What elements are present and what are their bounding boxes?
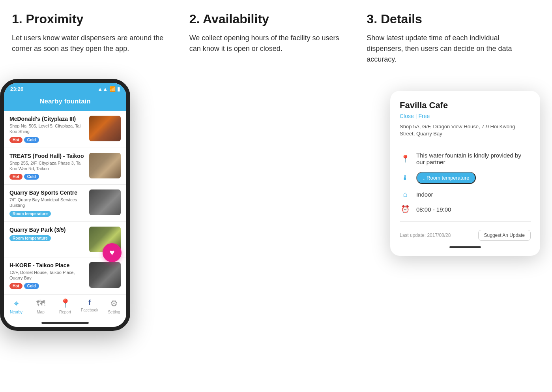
feature-availability-desc: We collect opening hours of the facility… — [189, 33, 351, 54]
card-bottom-bar — [449, 246, 481, 248]
status-icons: ▲▲ 📶 ▮ — [97, 86, 120, 92]
list-item-tags: Room temperature — [9, 235, 85, 241]
nav-item-nearby[interactable]: ⌖ Nearby — [4, 298, 28, 314]
nav-label-map: Map — [37, 310, 44, 314]
nav-label-report: Report — [59, 310, 71, 314]
fab-favorite-button[interactable]: ♥ — [103, 243, 122, 262]
feature-proximity-desc: Let users know water dispensers are arou… — [12, 33, 174, 54]
list-item-image — [89, 262, 121, 288]
list-item-info: H-KORE - Taikoo Place 12/F, Dorset House… — [9, 262, 85, 289]
feature-availability: 2. Availability We collect opening hours… — [182, 8, 359, 69]
list-item-address: 12/F, Dorset House, Taikoo Place, Quarry… — [9, 270, 85, 281]
tag-cold: Cold — [24, 174, 39, 180]
list-item-name: McDonald's (Cityplaza III) — [9, 116, 85, 122]
home-indicator — [4, 321, 126, 327]
phone-list[interactable]: McDonald's (Cityplaza III) Shop No. 505,… — [4, 111, 126, 294]
list-item-address: Shop 255, 2/F, Cityplaza Phase 3, Tai Ko… — [9, 160, 85, 172]
list-item-image — [89, 116, 121, 141]
list-item-name: H-KORE - Taikoo Place — [9, 262, 85, 268]
settings-icon: ⚙ — [110, 298, 118, 309]
card-row-partner: 📍 This water fountain is kindly provided… — [400, 149, 531, 169]
list-item-name: Quarry Bay Park (3/5) — [9, 227, 85, 233]
partner-note-text: This water fountain is kindly provided b… — [416, 152, 531, 165]
detail-card: Favilla Cafe Close | Free Shop 5A, G/F, … — [390, 91, 540, 256]
clock-icon: ⏰ — [400, 205, 411, 214]
tag-cold: Cold — [24, 283, 39, 289]
list-item[interactable]: TREATS (Food Hall) - Taikoo Shop 255, 2/… — [4, 148, 126, 185]
card-title: Favilla Cafe — [400, 100, 531, 111]
phone-header: Nearby fountain — [4, 94, 126, 111]
nav-item-report[interactable]: 📍 Report — [53, 298, 77, 314]
feature-proximity: 1. Proximity Let users know water dispen… — [4, 8, 182, 69]
list-item-info: TREATS (Food Hall) - Taikoo Shop 255, 2/… — [9, 153, 85, 180]
signal-icon: ▲▲ — [97, 86, 108, 92]
nav-item-map[interactable]: 🗺 Map — [28, 298, 53, 314]
feature-availability-title: 2. Availability — [189, 12, 351, 26]
card-row-temperature: 🌡 ↓ Room temperature — [400, 169, 531, 187]
tag-hot: Hot — [9, 174, 22, 180]
list-item-name: TREATS (Food Hall) - Taikoo — [9, 153, 85, 159]
map-icon: 🗺 — [36, 298, 45, 309]
feature-details-desc: Show latest update time of each individu… — [367, 33, 528, 65]
report-icon: 📍 — [60, 298, 71, 309]
nav-item-setting[interactable]: ⚙ Setting — [102, 298, 126, 314]
temperature-badge[interactable]: ↓ Room temperature — [416, 172, 476, 184]
tag-hot: Hot — [9, 137, 22, 143]
location-pin-icon: 📍 — [400, 154, 411, 163]
hours-text: 08:00 - 19:00 — [416, 206, 531, 213]
list-item-address: Shop No. 505, Level 5, Cityplaza, Tai Ko… — [9, 123, 85, 135]
status-separator: | — [415, 113, 417, 119]
list-item-info: Quarry Bay Sports Centre 7/F, Quarry Bay… — [9, 189, 85, 217]
tag-room-temperature: Room temperature — [9, 211, 51, 217]
phone-header-title: Nearby fountain — [39, 98, 90, 105]
last-update-text: Last update: 2017/08/28 — [400, 233, 451, 238]
nav-label-nearby: Nearby — [10, 310, 22, 314]
nav-label-facebook: Facebook — [81, 308, 98, 312]
phone-mockup: 23:26 ▲▲ 📶 ▮ Nearby fountain McDonald's … — [0, 79, 134, 331]
card-status[interactable]: Close | Free — [400, 113, 531, 119]
card-row-location-type: ⌂ Indoor — [400, 187, 531, 202]
tag-hot: Hot — [9, 283, 22, 289]
card-row-hours: ⏰ 08:00 - 19:00 — [400, 202, 531, 217]
home-icon: ⌂ — [400, 190, 411, 199]
battery-icon: ▮ — [117, 86, 120, 92]
list-item-address: 7/F, Quarry Bay Municipal Services Build… — [9, 197, 85, 208]
status-close-link[interactable]: Close — [400, 113, 414, 119]
list-item-name: Quarry Bay Sports Centre — [9, 189, 85, 196]
nav-item-facebook[interactable]: f Facebook — [77, 298, 102, 314]
list-item-tags: Hot Cold — [9, 283, 85, 289]
card-divider — [400, 144, 531, 144]
home-bar — [41, 322, 89, 324]
location-type-text: Indoor — [416, 191, 531, 198]
phone-time: 23:26 — [10, 86, 23, 92]
list-item-info: Quarry Bay Park (3/5) Room temperature — [9, 227, 85, 252]
list-item[interactable]: Quarry Bay Sports Centre 7/F, Quarry Bay… — [4, 185, 126, 222]
tag-room-temperature: Room temperature — [9, 235, 51, 241]
nav-label-setting: Setting — [108, 310, 120, 314]
list-item-tags: Hot Cold — [9, 137, 85, 143]
card-bottom-indicator — [400, 246, 531, 248]
feature-proximity-title: 1. Proximity — [12, 12, 174, 26]
nearby-icon: ⌖ — [14, 298, 19, 309]
list-item[interactable]: H-KORE - Taikoo Place 12/F, Dorset House… — [4, 257, 126, 294]
thermometer-icon: 🌡 — [400, 174, 411, 182]
list-item-tags: Hot Cold — [9, 174, 85, 180]
feature-details-title: 3. Details — [367, 12, 528, 26]
wifi-icon: 📶 — [109, 86, 116, 92]
phone-status-bar: 23:26 ▲▲ 📶 ▮ — [4, 83, 126, 94]
list-item[interactable]: McDonald's (Cityplaza III) Shop No. 505,… — [4, 111, 126, 148]
status-free-link[interactable]: Free — [418, 113, 430, 119]
bottom-nav: ⌖ Nearby 🗺 Map 📍 Report f Facebook ⚙ Set… — [4, 294, 126, 321]
card-divider-bottom — [400, 221, 531, 222]
phone-frame: 23:26 ▲▲ 📶 ▮ Nearby fountain McDonald's … — [0, 79, 130, 331]
list-item-tags: Room temperature — [9, 211, 85, 217]
list-item-image — [89, 153, 121, 178]
card-footer: Last update: 2017/08/28 Suggest An Updat… — [400, 227, 531, 241]
facebook-icon: f — [88, 298, 91, 307]
feature-details: 3. Details Show latest update time of ea… — [359, 8, 536, 69]
card-address: Shop 5A, G/F, Dragon View House, 7-9 Hoi… — [400, 123, 531, 137]
tag-cold: Cold — [24, 137, 39, 143]
features-section: 1. Proximity Let users know water dispen… — [0, 0, 552, 81]
list-item-info: McDonald's (Cityplaza III) Shop No. 505,… — [9, 116, 85, 143]
suggest-update-button[interactable]: Suggest An Update — [478, 230, 531, 241]
